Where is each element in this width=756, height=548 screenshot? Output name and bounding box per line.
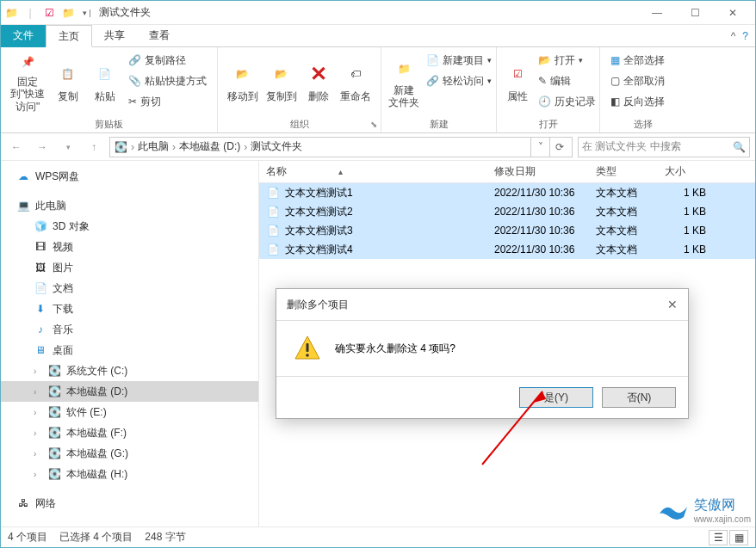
column-size[interactable]: 大小 [658, 161, 713, 182]
sidebar-item-downloads[interactable]: ⬇下载 [1, 299, 258, 319]
address-bar: ← → ▾ ↑ 💽 › 此电脑 › 本地磁盘 (D:) › 测试文件夹 ˅ ⟳ … [1, 133, 755, 161]
cloud-icon: ☁ [16, 169, 30, 183]
view-details-button[interactable]: ☰ [709, 530, 728, 545]
sidebar-item-desktop[interactable]: 🖥桌面 [1, 340, 258, 360]
list-item[interactable]: 📄文本文档测试1 2022/11/30 10:36 文本文档 1 KB [259, 183, 755, 202]
history-icon: 🕘 [538, 95, 551, 108]
copy-path-button[interactable]: 🔗复制路径 [125, 51, 210, 70]
nav-up-button[interactable]: ↑ [84, 137, 104, 157]
group-expand-icon[interactable]: ⬊ [370, 120, 377, 129]
edit-button[interactable]: ✎编辑 [535, 71, 599, 90]
chevron-right-icon[interactable]: › [34, 449, 42, 459]
column-date[interactable]: 修改日期 [487, 161, 589, 182]
list-item[interactable]: 📄文本文档测试2 2022/11/30 10:36 文本文档 1 KB [259, 202, 755, 221]
paste-button[interactable]: 📄 粘贴 [88, 51, 121, 113]
column-type[interactable]: 类型 [589, 161, 658, 182]
nav-forward-button[interactable]: → [32, 137, 53, 157]
paste-shortcut-button[interactable]: 📎粘贴快捷方式 [125, 71, 210, 90]
sidebar-item-pictures[interactable]: 🖼图片 [1, 257, 258, 278]
download-icon: ⬇ [34, 302, 47, 316]
search-input[interactable]: 在 测试文件夹 中搜索 🔍 [578, 137, 750, 157]
cut-button[interactable]: ✂剪切 [125, 92, 210, 111]
organize-group-label: 组织 [225, 116, 374, 131]
pc-icon: 💻 [16, 199, 30, 212]
select-group-label: 选择 [607, 116, 679, 131]
open-group-label: 打开 [504, 116, 592, 131]
easy-access-button[interactable]: 🔗轻松访问▾ [423, 71, 495, 90]
tab-file[interactable]: 文件 [1, 25, 46, 47]
chevron-right-icon[interactable]: › [34, 408, 42, 417]
new-item-button[interactable]: 📄新建项目▾ [423, 51, 495, 70]
tab-share[interactable]: 共享 [92, 25, 137, 47]
copy-button[interactable]: 📋 复制 [52, 51, 85, 113]
qat-folder-icon[interactable]: 📁 [61, 6, 75, 20]
dialog-yes-button[interactable]: 是(Y) [519, 387, 593, 408]
invert-selection-button[interactable]: ◧反向选择 [607, 92, 668, 111]
history-label: 历史记录 [555, 95, 596, 109]
chevron-right-icon[interactable]: › [34, 428, 42, 438]
move-to-button[interactable]: 📂 移动到 [225, 51, 260, 113]
search-icon[interactable]: 🔍 [733, 141, 746, 153]
sidebar-item-3d[interactable]: 🧊3D 对象 [1, 216, 258, 237]
crumb-this-pc[interactable]: 此电脑 [138, 139, 169, 154]
paste-icon: 📄 [91, 60, 119, 88]
picture-icon: 🖼 [34, 261, 47, 274]
properties-icon: ☑ [504, 60, 531, 88]
dialog-close-button[interactable]: ✕ [667, 298, 678, 311]
sidebar-item-drive-c[interactable]: ›💽系统文件 (C:) [1, 360, 258, 381]
minimize-button[interactable]: — [638, 1, 676, 25]
sidebar-item-drive-g[interactable]: ›💽本地磁盘 (G:) [1, 443, 258, 464]
list-item[interactable]: 📄文本文档测试3 2022/11/30 10:36 文本文档 1 KB [259, 221, 755, 240]
chevron-right-icon[interactable]: › [244, 141, 247, 153]
select-all-button[interactable]: ▦全部选择 [607, 51, 668, 70]
status-bytes: 248 字节 [145, 530, 185, 545]
sidebar-item-videos[interactable]: 🎞视频 [1, 237, 258, 257]
chevron-right-icon[interactable]: › [172, 141, 176, 153]
rename-button[interactable]: 🏷 重命名 [338, 51, 374, 113]
pin-label: 固定到"快速访问" [8, 76, 48, 113]
sidebar-item-drive-e[interactable]: ›💽软件 (E:) [1, 402, 258, 422]
dialog-no-button[interactable]: 否(N) [602, 387, 676, 408]
tab-view[interactable]: 查看 [137, 25, 182, 47]
crumb-folder[interactable]: 测试文件夹 [251, 139, 302, 154]
music-icon: ♪ [34, 323, 47, 336]
qat-dropdown-icon[interactable]: ▾ | [80, 6, 94, 20]
open-button[interactable]: 📂打开▾ [535, 51, 599, 70]
sidebar-item-documents[interactable]: 📄文档 [1, 278, 258, 299]
ribbon-collapse-icon[interactable]: ^ [731, 30, 736, 42]
chevron-right-icon[interactable]: › [34, 387, 42, 397]
breadcrumb[interactable]: 💽 › 此电脑 › 本地磁盘 (D:) › 测试文件夹 ˅ ⟳ [109, 137, 573, 157]
sidebar-item-music[interactable]: ♪音乐 [1, 319, 258, 340]
chevron-right-icon[interactable]: › [131, 141, 134, 153]
maximize-button[interactable]: ☐ [676, 1, 714, 25]
close-button[interactable]: ✕ [714, 1, 752, 25]
pin-to-quick-access-button[interactable]: 📌 固定到"快速访问" [8, 51, 48, 113]
sidebar-item-wps[interactable]: ☁WPS网盘 [1, 166, 258, 187]
folder-icon: 📁 [4, 6, 18, 20]
select-none-button[interactable]: ▢全部取消 [607, 71, 668, 90]
history-button[interactable]: 🕘历史记录 [535, 92, 599, 111]
nav-back-button[interactable]: ← [6, 137, 27, 157]
help-icon[interactable]: ? [742, 30, 748, 42]
crumb-drive-d[interactable]: 本地磁盘 (D:) [179, 139, 240, 154]
breadcrumb-dropdown-button[interactable]: ˅ [530, 138, 549, 157]
view-icons-button[interactable]: ▦ [729, 530, 748, 545]
refresh-button[interactable]: ⟳ [549, 138, 568, 157]
column-name[interactable]: 名称 [259, 161, 487, 182]
sidebar-item-drive-h[interactable]: ›💽本地磁盘 (H:) [1, 464, 258, 484]
list-item[interactable]: 📄文本文档测试4 2022/11/30 10:36 文本文档 1 KB [259, 240, 755, 259]
sidebar-item-network[interactable]: 🖧网络 [1, 493, 258, 514]
new-folder-button[interactable]: 📁 新建 文件夹 [388, 51, 419, 113]
copy-to-button[interactable]: 📂 复制到 [263, 51, 299, 113]
nav-recent-button[interactable]: ▾ [58, 137, 78, 157]
delete-button[interactable]: ✕ 删除 [302, 51, 334, 113]
sidebar-item-this-pc[interactable]: 💻此电脑 [1, 195, 258, 216]
check-icon[interactable]: ☑ [42, 6, 56, 20]
tab-home[interactable]: 主页 [46, 25, 92, 47]
properties-button[interactable]: ☑ 属性 [504, 51, 531, 113]
sidebar-item-drive-f[interactable]: ›💽本地磁盘 (F:) [1, 422, 258, 443]
copy-to-label: 复制到 [266, 89, 297, 104]
chevron-right-icon[interactable]: › [34, 470, 42, 479]
sidebar-item-drive-d[interactable]: ›💽本地磁盘 (D:) [1, 381, 258, 402]
chevron-right-icon[interactable]: › [34, 366, 42, 376]
